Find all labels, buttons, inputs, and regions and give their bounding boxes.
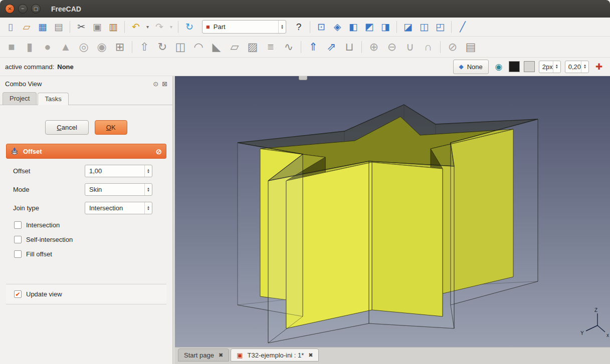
maximize-window-button[interactable]: ▢ <box>31 4 41 14</box>
toolbar-separator <box>301 41 301 53</box>
spinner-arrows-icon[interactable]: ▲▼ <box>581 61 588 73</box>
join-type-combobox[interactable]: Intersection ▲▼ <box>85 202 152 214</box>
mirror-icon[interactable]: ◫ <box>172 39 189 56</box>
common-icon[interactable]: ∩ <box>420 39 437 56</box>
extrude-icon[interactable]: ⇧ <box>136 39 153 56</box>
toolbar-separator <box>440 41 441 53</box>
new-document-icon[interactable]: ▯ <box>3 20 18 35</box>
torus-icon[interactable]: ◎ <box>75 39 92 56</box>
offset-value-spinbox[interactable]: 1,00 ▲▼ <box>85 165 152 177</box>
offset-2d-icon[interactable]: ⇗ <box>323 39 340 56</box>
sweep-icon[interactable]: ∿ <box>280 39 297 56</box>
text-size-spinner[interactable]: 0,20 ▲▼ <box>565 61 589 73</box>
offset-3d-icon[interactable]: ⇑ <box>305 39 322 56</box>
sphere-icon[interactable]: ● <box>39 39 56 56</box>
intersection-checkbox-label: Intersection <box>26 221 60 229</box>
loft-icon[interactable]: ≡ <box>262 39 279 56</box>
bottom-view-icon[interactable]: ◫ <box>417 20 432 35</box>
paste-icon[interactable]: ▥ <box>106 20 121 35</box>
workbench-selector[interactable]: ■Part▲▼ <box>202 20 286 34</box>
fillet-icon[interactable]: ◠ <box>190 39 207 56</box>
offset-task-header: Offset ⊘ <box>6 144 166 159</box>
viewport-3d[interactable]: Z Y x <box>175 76 610 347</box>
line-color-swatch[interactable] <box>509 61 520 72</box>
whats-this-icon[interactable]: ? <box>291 20 306 35</box>
tab-tasks[interactable]: Tasks <box>38 93 68 105</box>
print-icon[interactable]: ▤ <box>51 20 66 35</box>
freecad-window: ✕ − ▢ FreeCAD ▯▱▦▤✂▣▥↶▾↷▾↻■Part▲▼?⊡◈◧◩◨◪… <box>0 0 610 364</box>
working-plane-icon[interactable]: ✚ <box>593 61 605 73</box>
box-icon[interactable]: ■ <box>3 39 20 56</box>
spinner-arrows-icon[interactable]: ▲▼ <box>144 165 152 177</box>
revolve-icon[interactable]: ↻ <box>154 39 171 56</box>
redo-icon[interactable]: ↷ <box>152 20 167 35</box>
cut-icon[interactable]: ✂ <box>74 20 89 35</box>
boolean-icon[interactable]: ⊕ <box>365 39 382 56</box>
command-bar: active command: None ◆ None ◉ 2px ▲▼ 0,2… <box>0 58 610 76</box>
autogroup-button[interactable]: ◆ None <box>453 60 489 74</box>
titlebar: ✕ − ▢ FreeCAD <box>0 0 610 18</box>
close-tab-icon[interactable]: ✖ <box>219 352 223 358</box>
redo-dropdown-arrow[interactable]: ▾ <box>168 20 174 35</box>
section-icon[interactable]: ⊘ <box>444 39 461 56</box>
float-panel-icon[interactable]: ⊙ <box>153 80 158 88</box>
intersection-checkbox[interactable] <box>14 221 22 229</box>
join-type-field-label: Join type <box>13 204 85 212</box>
cross-sections-icon[interactable]: ▤ <box>462 39 479 56</box>
cylinder-icon[interactable]: ▮ <box>21 39 38 56</box>
text-size-value: 0,20 <box>568 63 581 71</box>
active-command-label: active command: <box>5 63 54 71</box>
open-document-icon[interactable]: ▱ <box>19 20 34 35</box>
cone-icon[interactable]: ▲ <box>57 39 74 56</box>
fit-all-icon[interactable]: ⊡ <box>314 20 329 35</box>
tab-document[interactable]: ▣ T32-ejemplo-ini : 1* ✖ <box>231 348 319 361</box>
rear-view-icon[interactable]: ◪ <box>400 20 416 35</box>
ok-button[interactable]: OK <box>95 120 127 135</box>
undo-dropdown-arrow[interactable]: ▾ <box>144 20 151 35</box>
toolbar-separator <box>451 21 452 33</box>
chamfer-icon[interactable]: ◣ <box>208 39 225 56</box>
measure-distance-icon[interactable]: ╱ <box>455 20 470 35</box>
save-icon[interactable]: ▦ <box>35 20 50 35</box>
tube-icon[interactable]: ◉ <box>93 39 110 56</box>
thickness-icon[interactable]: ⊔ <box>341 39 358 56</box>
mode-combobox[interactable]: Skin ▲▼ <box>85 183 152 196</box>
combo-arrows-icon[interactable]: ▲▼ <box>278 21 286 33</box>
task-header-badge-icon[interactable]: ⊘ <box>155 148 162 155</box>
line-width-spinner[interactable]: 2px ▲▼ <box>539 61 561 73</box>
face-color-swatch[interactable] <box>524 61 535 72</box>
front-view-icon[interactable]: ◧ <box>346 20 361 35</box>
update-view-checkbox[interactable] <box>14 290 22 298</box>
combo-arrows-icon[interactable]: ▲▼ <box>144 184 152 195</box>
undo-icon[interactable]: ↶ <box>128 20 143 35</box>
document-tab-label: T32-ejemplo-ini : 1* <box>248 351 304 359</box>
tab-start-page[interactable]: Start page ✖ <box>178 348 229 361</box>
ruled-surface-icon[interactable]: ▨ <box>244 39 261 56</box>
spinner-arrows-icon[interactable]: ▲▼ <box>553 61 560 73</box>
tab-project[interactable]: Project <box>3 92 37 105</box>
document-tab-bar: Start page ✖ ▣ T32-ejemplo-ini : 1* ✖ <box>175 347 610 364</box>
self-intersection-checkbox[interactable] <box>14 236 22 243</box>
axonometric-view-icon[interactable]: ◈ <box>330 20 345 35</box>
left-view-icon[interactable]: ◰ <box>433 20 448 35</box>
splitter-handle[interactable] <box>299 76 307 80</box>
close-tab-icon[interactable]: ✖ <box>308 352 313 358</box>
close-panel-icon[interactable]: ⊠ <box>162 80 167 88</box>
cancel-label: Cancel <box>57 124 77 131</box>
union-icon[interactable]: ∪ <box>401 39 419 56</box>
cancel-button[interactable]: Cancel <box>45 120 88 135</box>
apply-style-icon[interactable]: ◉ <box>493 61 505 73</box>
minimize-window-button[interactable]: − <box>18 4 28 14</box>
update-view-checkbox-label: Update view <box>26 290 62 298</box>
make-face-icon[interactable]: ▱ <box>226 39 243 56</box>
copy-icon[interactable]: ▣ <box>90 20 105 35</box>
fill-offset-checkbox[interactable] <box>14 250 22 258</box>
top-view-icon[interactable]: ◩ <box>362 20 377 35</box>
refresh-icon[interactable]: ↻ <box>182 20 197 35</box>
shape-builder-icon[interactable]: ⊞ <box>111 39 128 56</box>
close-window-button[interactable]: ✕ <box>5 4 15 14</box>
combo-arrows-icon[interactable]: ▲▼ <box>144 202 152 214</box>
mode-value: Skin <box>89 186 102 193</box>
cut-boolean-icon[interactable]: ⊖ <box>383 39 400 56</box>
right-view-icon[interactable]: ◨ <box>378 20 393 35</box>
